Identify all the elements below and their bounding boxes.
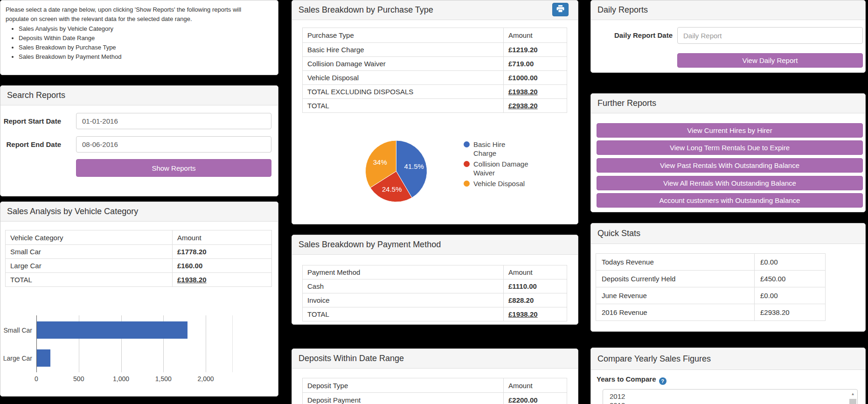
panel-heading: Sales Analysis by Vehicle Category [0,202,278,222]
row-amount: £1000.00 [504,71,567,85]
panel-title: Quick Stats [597,229,859,238]
reports-dashboard: { "colors": { "background": "#000000", "… [0,0,868,404]
row-label: Deposit Payment [303,393,504,404]
table-row: Small Car £1778.20 [6,245,272,259]
pie-slice-label: 24.5% [382,185,402,193]
bar-small-car [37,321,187,339]
legend-color-dot [464,181,470,187]
x-tick-label: 0 [35,375,38,383]
panel-title: Sales Breakdown by Payment Method [299,240,571,250]
total-amount-link[interactable]: £1938.20 [504,307,567,321]
account-customers-button[interactable]: Account customers with Outstanding Balan… [597,193,863,208]
table-row: Basic Hire Charge £1219.20 [303,43,567,57]
intro-text: Please select a date range below, upon c… [6,5,248,24]
payment-method-table: Payment Method Amount Cash £1110.00 Invo… [302,265,567,321]
panel-heading: Further Reports [591,94,865,113]
view-past-rentals-button[interactable]: View Past Rentals With Outstanding Balan… [597,158,863,173]
column-header: Amount [504,28,567,43]
legend-label: Vehicle Disposal [473,179,529,188]
help-question-icon[interactable]: ? [659,377,667,385]
table-row: Deposits Currently Held £450.00 [596,271,826,287]
table-row: Cash £1110.00 [303,279,567,293]
stat-label: Todays Revenue [596,254,755,271]
view-daily-report-button[interactable]: View Daily Report [677,53,863,68]
years-to-compare-label: Years to Compare? [597,375,667,385]
category-label: Small Car [0,327,32,334]
legend-item: Collision Damage Waiver [464,160,543,177]
panel-heading: Deposits Within Date Range [292,349,578,369]
table-total-row: TOTAL £1938.20 [6,273,272,287]
table-row: June Revenue £0.00 [596,287,826,304]
years-multiselect[interactable]: 2012 2013 ▲ [603,389,858,404]
table-row: Deposit Payment £2200.00 [303,393,567,404]
row-label: Basic Hire Charge [303,43,504,57]
panel-title: Sales Analysis by Vehicle Category [7,207,271,216]
row-label: Small Car [6,245,173,259]
panel-heading: Sales Breakdown by Payment Method [292,235,578,255]
compare-yearly-sales-panel: Compare Yearly Sales Figures Years to Co… [590,348,866,404]
panel-heading: Search Reports [0,86,278,105]
intro-bullet: Deposits Within Date Range [19,34,248,43]
table-row: Vehicle Disposal £1000.00 [303,71,567,85]
select-scrollbar[interactable]: ▲ [849,390,856,404]
row-label: TOTAL [303,99,504,113]
row-label: TOTAL [303,307,504,321]
quick-stats-table: Todays Revenue £0.00 Deposits Currently … [596,253,826,321]
column-header: Purchase Type [303,28,504,43]
row-label: Cash [303,279,504,293]
report-end-date-input[interactable] [76,136,271,153]
legend-item: Basic Hire Charge [464,140,543,158]
daily-report-date-input[interactable] [677,27,863,44]
row-label: TOTAL [6,273,173,287]
total-amount-link[interactable]: £1938.20 [173,273,272,287]
table-row: Collision Damage Waiver £719.00 [303,57,567,71]
plot-boundary-line [232,315,233,372]
panel-title: Further Reports [597,98,859,108]
row-amount: £719.00 [504,57,567,71]
panel-title: Sales Breakdown by Purchase Type [299,5,571,15]
purchase-type-pie-chart: 41.5%24.5%34% [363,139,431,205]
scrollbar-up-arrow-icon[interactable]: ▲ [849,390,856,397]
row-label: Vehicle Disposal [303,71,504,85]
view-all-rentals-button[interactable]: View All Rentals With Outstanding Balanc… [597,176,863,190]
pie-slice-label: 34% [373,158,387,166]
vehicle-category-bar-chart: 05001,0001,5002,000Small CarLarge Car [0,311,279,392]
intro-bullet: Sales Analysis by Vehicle Category [19,24,248,34]
table-header-row: Deposit Type Amount [303,378,567,393]
show-reports-button[interactable]: Show Reports [76,159,271,177]
intro-panel: Please select a date range below, upon c… [0,0,278,75]
panel-title: Search Reports [7,91,271,100]
pie-legend: Basic Hire ChargeCollision Damage Waiver… [464,140,543,190]
report-start-date-input[interactable] [76,113,271,129]
sales-breakdown-payment-method-panel: Sales Breakdown by Payment Method Paymen… [292,235,578,325]
year-option[interactable]: 2013 [603,401,857,404]
legend-color-dot [464,161,470,167]
row-amount: £160.00 [173,259,272,273]
panel-title: Compare Yearly Sales Figures [597,354,859,364]
table-total-row: TOTAL £2938.20 [303,99,567,113]
printer-icon [556,5,564,14]
scrollbar-thumb[interactable] [849,399,856,404]
daily-reports-panel: Daily Reports Daily Report Date View Dai… [590,0,866,73]
row-label: TOTAL EXCLUDING DISPOSALS [303,85,504,99]
total-amount-link[interactable]: £1938.20 [504,85,567,99]
stat-value: £0.00 [755,287,826,304]
grid-line [206,315,206,372]
table-header-row: Payment Method Amount [303,265,567,279]
table-row: Large Car £160.00 [6,259,272,273]
row-label: Collision Damage Waiver [303,57,504,71]
daily-report-date-label: Daily Report Date [591,31,673,39]
stat-label: 2016 Revenue [596,304,755,321]
view-long-term-rentals-button[interactable]: View Long Term Rentals Due to Expire [597,140,863,155]
table-row: Todays Revenue £0.00 [596,254,826,271]
year-option[interactable]: 2012 [603,392,857,401]
stat-value: £2938.20 [755,304,826,321]
panel-title: Daily Reports [597,5,859,15]
total-amount-link[interactable]: £2938.20 [504,99,567,113]
intro-bullet: Sales Breakdown by Payment Method [19,52,248,62]
view-current-hires-button[interactable]: View Current Hires by Hirer [597,123,863,138]
stat-label: June Revenue [596,287,755,304]
print-button[interactable] [552,3,569,16]
table-total-row: TOTAL EXCLUDING DISPOSALS £1938.20 [303,85,567,99]
row-label: Invoice [303,293,504,307]
